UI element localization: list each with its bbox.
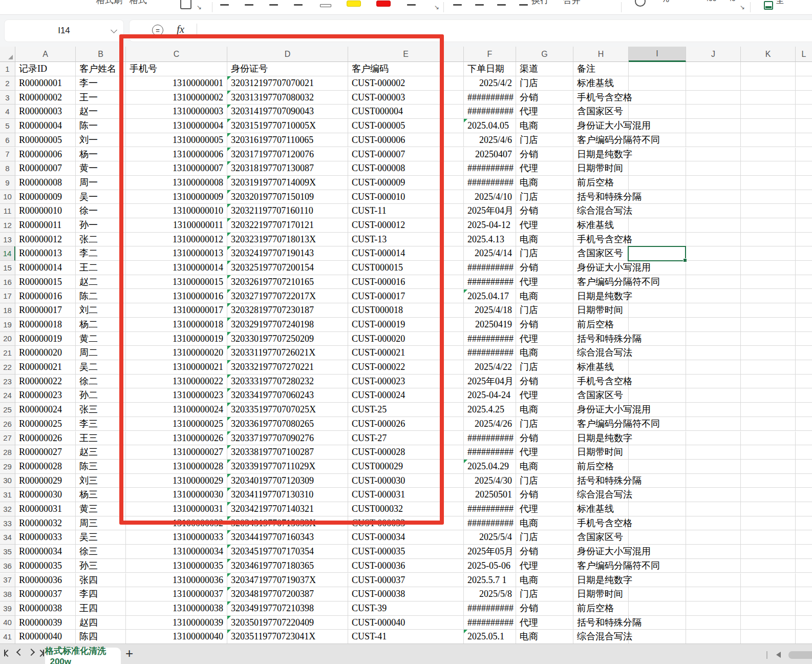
cell-C12[interactable]: 13100000011 (126, 218, 227, 233)
cell-L7[interactable] (796, 148, 812, 162)
cell-D8[interactable]: 320318197707130087 (227, 161, 348, 176)
cell-B13[interactable]: 张二 (76, 233, 126, 247)
cell-G19[interactable]: 分销 (516, 318, 573, 332)
cell-L33[interactable] (796, 516, 812, 531)
cell-A41[interactable]: R00000040 (15, 630, 76, 644)
cell-F10[interactable]: 2025/4/10 (464, 190, 516, 204)
row-header-23[interactable]: 23 (0, 375, 15, 389)
cell-K15[interactable] (741, 261, 796, 275)
cell-D40[interactable]: 320350197707220409 (227, 616, 348, 630)
cell-H38[interactable]: 日期带时间 (573, 587, 629, 601)
cell-K34[interactable] (741, 530, 796, 545)
cell-D18[interactable]: 320328197707230187 (227, 303, 348, 318)
cell-A5[interactable]: R00000004 (15, 119, 76, 133)
cell-K38[interactable] (741, 587, 796, 601)
cell-C13[interactable]: 13100000012 (126, 233, 227, 247)
cell-J22[interactable] (686, 360, 741, 375)
cell-L40[interactable] (796, 616, 812, 630)
cell-J19[interactable] (686, 318, 741, 332)
cell-B2[interactable]: 李一 (76, 76, 126, 91)
cell-F21[interactable]: ########## (464, 346, 516, 360)
cell-G7[interactable]: 分销 (516, 148, 573, 162)
cell-C36[interactable]: 13100000035 (126, 559, 227, 573)
column-header-I[interactable]: I (629, 47, 686, 62)
row-header-12[interactable]: 12 (0, 218, 15, 233)
cell-J26[interactable] (686, 417, 741, 431)
cell-D21[interactable]: 32033119770726021X (227, 346, 348, 360)
cell-G8[interactable]: 代理 (516, 161, 573, 176)
cell-G38[interactable]: 门店 (516, 587, 573, 601)
cell-I18[interactable] (629, 303, 686, 318)
cell-K6[interactable] (741, 133, 796, 148)
cell-K22[interactable] (741, 360, 796, 375)
cell-D25[interactable]: 32033519770707025X (227, 403, 348, 417)
cell-D11[interactable]: 320321197707160110 (227, 204, 348, 218)
cell-D1[interactable]: 身份证号 (227, 62, 348, 76)
cell-D22[interactable]: 320332197707270221 (227, 360, 348, 375)
cell-A8[interactable]: R00000007 (15, 161, 76, 176)
cell-D19[interactable]: 320329197707240198 (227, 318, 348, 332)
cell-G31[interactable]: 分销 (516, 488, 573, 502)
cell-A4[interactable]: R00000003 (15, 105, 76, 119)
cell-K1[interactable] (741, 62, 796, 76)
cell-F36[interactable]: 2025-05-06 (464, 559, 516, 573)
cell-L29[interactable] (796, 460, 812, 474)
cell-L27[interactable] (796, 431, 812, 446)
cell-J31[interactable] (686, 488, 741, 502)
cell-E35[interactable]: CUST-000035 (348, 545, 464, 559)
cell-K30[interactable] (741, 474, 796, 488)
cell-L21[interactable] (796, 346, 812, 360)
cell-E22[interactable]: CUST-000022 (348, 360, 464, 375)
cell-F23[interactable]: 2025年04月 (464, 375, 516, 389)
worksheet-grid[interactable]: ABCDEFGHIJKL1234567891011121314151617181… (0, 0, 812, 644)
cell-K35[interactable] (741, 545, 796, 559)
cell-F15[interactable]: ########## (464, 261, 516, 275)
cell-C9[interactable]: 13100000008 (126, 176, 227, 190)
cell-J11[interactable] (686, 204, 741, 218)
cell-H9[interactable]: 前后空格 (573, 176, 629, 190)
cell-D33[interactable]: 32034319770715033X (227, 516, 348, 531)
cell-K33[interactable] (741, 516, 796, 531)
cell-B1[interactable]: 客户姓名 (76, 62, 126, 76)
cell-E18[interactable]: CUST000018 (348, 303, 464, 318)
cell-L17[interactable] (796, 289, 812, 304)
next-sheet-button[interactable] (29, 650, 34, 655)
cell-J15[interactable] (686, 261, 741, 275)
cell-F20[interactable]: ########## (464, 332, 516, 346)
scroll-left-icon[interactable] (776, 652, 781, 658)
cell-K27[interactable] (741, 431, 796, 446)
cell-G11[interactable]: 分销 (516, 204, 573, 218)
cell-L16[interactable] (796, 275, 812, 289)
row-header-6[interactable]: 6 (0, 133, 15, 148)
cell-E24[interactable]: CUST-000024 (348, 388, 464, 403)
cell-L15[interactable] (796, 261, 812, 275)
cell-A39[interactable]: R00000038 (15, 601, 76, 616)
cell-E10[interactable]: CUST-000010 (348, 190, 464, 204)
add-sheet-button[interactable]: + (125, 646, 133, 661)
cell-C4[interactable]: 13100000003 (126, 105, 227, 119)
cell-H5[interactable]: 身份证大小写混用 (573, 119, 629, 133)
fill-handle[interactable] (683, 258, 687, 262)
cell-I13[interactable] (629, 233, 686, 247)
cell-C8[interactable]: 13100000007 (126, 161, 227, 176)
cell-D26[interactable]: 320336197707080265 (227, 417, 348, 431)
cell-C41[interactable]: 13100000040 (126, 630, 227, 644)
row-header-27[interactable]: 27 (0, 431, 15, 446)
cell-L32[interactable] (796, 502, 812, 516)
cell-H25[interactable]: 身份证大小写混用 (573, 403, 629, 417)
row-header-41[interactable]: 41 (0, 630, 15, 644)
cell-H3[interactable]: 手机号含空格 (573, 91, 629, 105)
cell-K7[interactable] (741, 148, 796, 162)
cell-G18[interactable]: 门店 (516, 303, 573, 318)
cell-K11[interactable] (741, 204, 796, 218)
cell-E17[interactable]: CUST-000017 (348, 289, 464, 304)
cell-D13[interactable]: 32032319770718013X (227, 233, 348, 247)
row-header-1[interactable]: 1 (0, 62, 15, 76)
cell-K40[interactable] (741, 616, 796, 630)
row-header-38[interactable]: 38 (0, 587, 15, 601)
cell-J35[interactable] (686, 545, 741, 559)
row-header-33[interactable]: 33 (0, 516, 15, 531)
cell-E29[interactable]: CUST000029 (348, 460, 464, 474)
cell-A17[interactable]: R00000016 (15, 289, 76, 304)
row-header-21[interactable]: 21 (0, 346, 15, 360)
